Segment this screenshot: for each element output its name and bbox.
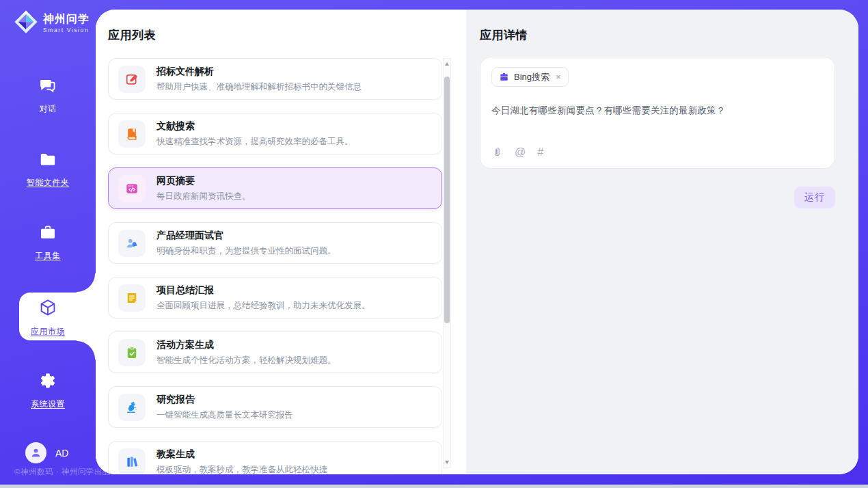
app-card[interactable]: 研究报告 一键智能生成高质量长文本研究报告 [108,386,442,428]
app-card-title: 网页摘要 [157,175,251,187]
app-card-desc: 快速精准查找学术资源，提高研究效率的必备工具。 [157,136,353,148]
note-icon [118,284,146,312]
brand-subtitle: Smart Vision [43,27,90,33]
app-window: 神州问学 Smart Vision 对话 智能文件夹 工具集 应用市场 系统设置… [0,0,868,488]
app-card[interactable]: 教案生成 模板驱动，教案秒成，教学准备从此轻松快捷 [108,441,442,474]
scrollbar-thumb[interactable] [444,77,450,323]
research-icon [118,394,146,421]
sidebar-item-label: 工具集 [35,250,61,262]
main-content: 应用列表 招标文件解析 帮助用户快速、准确地理解和解析招标书中的关键信息 文献搜… [96,10,858,474]
copyright-text: ©神州数码 · 神州问学出品 [14,467,111,477]
tool-tag-label: Bing搜索 [514,71,550,83]
app-card-desc: 明确身份和职责，为您提供专业性的面试问题。 [157,245,336,257]
app-card-title: 项目总结汇报 [157,284,370,297]
book-icon [118,120,146,148]
user-initials: AD [55,448,68,459]
chat-icon [39,77,57,97]
app-card-desc: 每日政府新闻资讯快查。 [157,191,251,202]
app-card[interactable]: 项目总结汇报 全面回顾项目进展，总结经验教训，助力未来优化发展。 [108,277,442,318]
app-card-text: 教案生成 模板驱动，教案秒成，教学准备从此轻松快捷 [157,448,327,475]
run-row: 运行 [480,187,835,208]
sidebar-item-tools[interactable]: 工具集 [0,223,96,262]
brand-diamond-icon [13,9,39,38]
app-card-text: 招标文件解析 帮助用户快速、准确地理解和解析招标书中的关键信息 [157,66,362,93]
interviewer-icon [118,230,146,257]
app-card-desc: 帮助用户快速、准确地理解和解析招标书中的关键信息 [157,81,362,93]
app-list-panel: 应用列表 招标文件解析 帮助用户快速、准确地理解和解析招标书中的关键信息 文献搜… [96,10,466,474]
sidebar-item-label: 对话 [40,103,57,115]
tool-tag-close-icon[interactable]: × [556,72,561,82]
app-card-text: 研究报告 一键智能生成高质量长文本研究报告 [157,394,293,421]
sidebar-item-folders[interactable]: 智能文件夹 [0,150,96,189]
app-card-title: 产品经理面试官 [157,230,336,242]
brand-name: 神州问学 [43,13,90,25]
app-card-title: 活动方案生成 [157,339,336,351]
app-card-title: 招标文件解析 [157,66,362,78]
app-card-desc: 全面回顾项目进展，总结经验教训，助力未来优化发展。 [157,300,370,312]
toolbox-icon [39,223,57,244]
books-icon [118,448,146,475]
app-card-title: 文献搜索 [157,120,353,133]
arrow-down-icon [445,461,449,464]
hashtag-icon[interactable]: # [537,147,543,158]
list-scrollbar[interactable] [443,58,451,468]
run-button[interactable]: 运行 [794,187,835,208]
avatar [25,442,46,463]
sidebar-item-market[interactable]: 应用市场 [0,298,96,338]
app-card-list: 招标文件解析 帮助用户快速、准确地理解和解析招标书中的关键信息 文献搜索 快速精… [108,58,442,474]
folder-icon [39,150,57,171]
app-card-text: 网页摘要 每日政府新闻资讯快查。 [157,175,251,202]
app-card[interactable]: 招标文件解析 帮助用户快速、准确地理解和解析招标书中的关键信息 [108,58,442,100]
sidebar: 神州问学 Smart Vision 对话 智能文件夹 工具集 应用市场 系统设置… [0,0,96,488]
app-card[interactable]: 文献搜索 快速精准查找学术资源，提高研究效率的必备工具。 [108,113,442,154]
sidebar-item-settings[interactable]: 系统设置 [0,372,96,410]
app-card-desc: 模板驱动，教案秒成，教学准备从此轻松快捷 [157,464,327,475]
app-card[interactable]: 网页摘要 每日政府新闻资讯快查。 [108,167,442,209]
attachment-icon[interactable] [491,146,503,158]
app-card-text: 产品经理面试官 明确身份和职责，为您提供专业性的面试问题。 [157,230,336,257]
scroll-up-button[interactable] [444,59,450,68]
app-card-title: 教案生成 [157,448,327,461]
browser-code-icon [118,175,146,202]
briefcase-icon [499,72,509,82]
app-card-desc: 一键智能生成高质量长文本研究报告 [157,409,293,421]
app-card-text: 项目总结汇报 全面回顾项目进展，总结经验教训，助力未来优化发展。 [157,284,370,312]
app-card-title: 研究报告 [157,394,293,406]
app-card[interactable]: 活动方案生成 智能生成个性化活动方案，轻松解决规划难题。 [108,331,442,373]
sidebar-item-chat[interactable]: 对话 [0,77,96,115]
app-detail-title: 应用详情 [480,27,835,43]
sidebar-item-label: 智能文件夹 [27,177,70,189]
query-input[interactable]: 今日湖北有哪些新闻要点？有哪些需要关注的最新政策？ [491,105,824,117]
app-card-text: 活动方案生成 智能生成个性化活动方案，轻松解决规划难题。 [157,339,336,366]
user-profile[interactable]: AD [25,442,68,463]
brand-logo: 神州问学 Smart Vision [13,9,90,38]
app-list-title: 应用列表 [108,27,466,43]
clipboard-check-icon [118,339,146,366]
query-card: Bing搜索 × 今日湖北有哪些新闻要点？有哪些需要关注的最新政策？ @ # [480,57,835,169]
scroll-down-button[interactable] [444,458,450,467]
mention-icon[interactable]: @ [515,147,526,158]
cube-icon [38,298,57,320]
desktop-edge-strip [0,485,868,488]
tool-tag-bing-search[interactable]: Bing搜索 × [491,67,569,87]
pen-square-icon [118,66,146,93]
gear-icon [39,372,57,392]
sidebar-active-notch-top [77,273,96,293]
app-card-desc: 智能生成个性化活动方案，轻松解决规划难题。 [157,355,336,366]
sidebar-item-label: 系统设置 [31,398,65,410]
sidebar-active-notch-bottom [77,340,96,360]
app-card-text: 文献搜索 快速精准查找学术资源，提高研究效率的必备工具。 [157,120,353,148]
app-detail-panel: 应用详情 Bing搜索 × 今日湖北有哪些新闻要点？有哪些需要关注的最新政策？ … [466,10,858,474]
input-toolbar: @ # [491,146,543,158]
arrow-up-icon [445,62,449,66]
app-card[interactable]: 产品经理面试官 明确身份和职责，为您提供专业性的面试问题。 [108,222,442,264]
sidebar-item-label: 应用市场 [31,326,65,338]
